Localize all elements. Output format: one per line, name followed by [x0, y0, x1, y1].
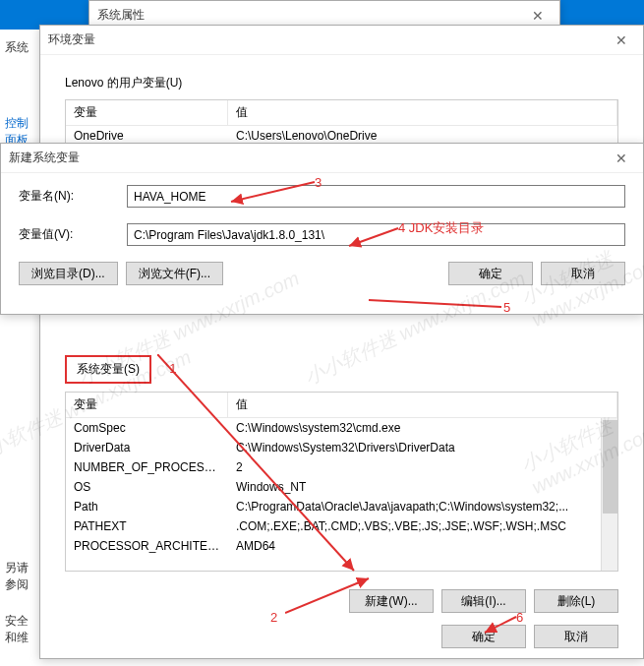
new-title: 新建系统变量 [9, 150, 80, 166]
sidebar-see-also: 另请参阅 [5, 560, 39, 593]
ok-button[interactable]: 确定 [441, 625, 526, 648]
table-row[interactable]: ComSpecC:\Windows\system32\cmd.exe [66, 418, 617, 438]
table-row[interactable]: DriverDataC:\Windows\System32\Drivers\Dr… [66, 438, 617, 457]
cancel-button[interactable]: 取消 [534, 625, 618, 648]
system-vars-table: 变量 值 ComSpecC:\Windows\system32\cmd.exeD… [65, 392, 618, 572]
sys-title: 系统属性 [97, 7, 145, 24]
browse-file-button[interactable]: 浏览文件(F)... [126, 262, 223, 285]
table-row[interactable]: PROCESSOR_ARCHITECT...AMD64 [66, 536, 617, 556]
close-icon[interactable]: ✕ [608, 32, 635, 48]
close-icon[interactable]: ✕ [608, 151, 635, 166]
env-dialog: 环境变量 ✕ Lenovo 的用户变量(U) 变量 值 OneDrive C:\… [39, 25, 644, 659]
edit-button[interactable]: 编辑(I)... [441, 589, 526, 613]
sidebar-security: 安全和维 [5, 613, 39, 646]
scrollbar[interactable] [601, 418, 617, 571]
scroll-thumb[interactable] [603, 420, 617, 514]
table-row[interactable]: NUMBER_OF_PROCESSORS2 [66, 457, 617, 477]
sidebar-system: 系统 [5, 39, 34, 56]
header-var[interactable]: 变量 [66, 393, 228, 417]
table-row[interactable]: PathC:\ProgramData\Oracle\Java\javapath;… [66, 497, 617, 516]
table-row[interactable]: OSWindows_NT [66, 477, 617, 497]
var-name-input[interactable] [127, 185, 625, 208]
user-vars-label: Lenovo 的用户变量(U) [65, 75, 618, 91]
browse-dir-button[interactable]: 浏览目录(D)... [19, 262, 118, 285]
var-value-label: 变量值(V): [19, 226, 127, 243]
sidebar: 系统 控制面板 另请参阅 安全和维 [0, 30, 39, 666]
system-vars-label: 系统变量(S) [65, 355, 151, 384]
header-var[interactable]: 变量 [66, 100, 228, 125]
new-var-dialog: 新建系统变量 ✕ 变量名(N): 变量值(V): 浏览目录(D)... 浏览文件… [0, 143, 644, 315]
delete-button[interactable]: 删除(L) [534, 589, 618, 613]
var-name-label: 变量名(N): [19, 188, 127, 205]
header-val[interactable]: 值 [228, 100, 617, 125]
new-button[interactable]: 新建(W)... [349, 589, 434, 613]
close-icon[interactable]: ✕ [524, 8, 552, 24]
table-row[interactable]: PATHEXT.COM;.EXE;.BAT;.CMD;.VBS;.VBE;.JS… [66, 516, 617, 536]
env-title: 环境变量 [48, 31, 95, 48]
var-value-input[interactable] [127, 223, 625, 246]
header-val[interactable]: 值 [228, 393, 617, 417]
ok-button[interactable]: 确定 [448, 262, 533, 285]
annotation-1: 1 [169, 361, 176, 376]
cancel-button[interactable]: 取消 [541, 262, 625, 285]
